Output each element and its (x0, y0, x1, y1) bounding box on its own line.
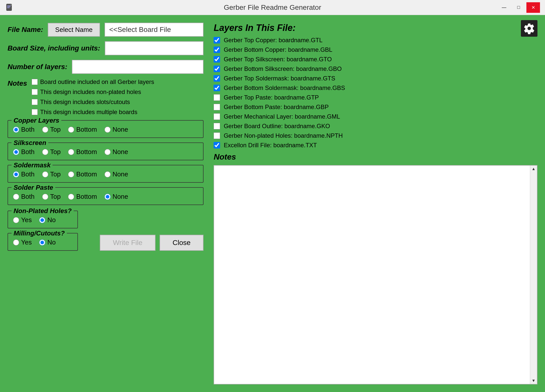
select-name-button[interactable]: Select Name (48, 23, 100, 37)
copper-bottom-label[interactable]: Bottom (76, 126, 97, 133)
note1-checkbox[interactable] (32, 79, 38, 85)
note4-label[interactable]: This design includes multiple boards (40, 109, 137, 116)
smask-top-radio[interactable] (42, 171, 48, 177)
note2-label[interactable]: This design includes non-plated holes (40, 88, 141, 95)
layer-label-4[interactable]: Gerber Bottom Silkscreen: boardname.GBO (224, 65, 342, 72)
silk-top-label[interactable]: Top (50, 148, 61, 156)
mill-no-radio[interactable] (39, 239, 45, 246)
smask-bottom-label[interactable]: Bottom (76, 170, 97, 178)
copper-none-label[interactable]: None (113, 126, 128, 133)
layer-label-12[interactable]: Excellon Drill File: boardname.TXT (224, 142, 317, 149)
write-file-button[interactable]: Write File (100, 235, 156, 251)
settings-button[interactable] (521, 20, 537, 37)
layer-checkbox-11[interactable] (214, 132, 220, 139)
smask-none-label[interactable]: None (113, 170, 128, 178)
silk-none-label[interactable]: None (113, 148, 128, 156)
spaste-bottom-label[interactable]: Bottom (76, 193, 97, 201)
spaste-top: Top (42, 193, 61, 201)
layer-label-2[interactable]: Gerber Bottom Copper: boardname.GBL (224, 46, 332, 53)
mill-no-label[interactable]: No (47, 238, 56, 246)
note-checkbox-row-3: This design includes slots/cutouts (32, 99, 154, 106)
note1-label[interactable]: Board outline included on all Gerber lay… (40, 78, 154, 85)
layer-label-1[interactable]: Gerber Top Copper: boardname.GTL (224, 37, 322, 44)
soldermask-radio-row: Both Top Bottom None (13, 170, 198, 178)
layer-checkbox-9[interactable] (214, 113, 220, 120)
board-file-input[interactable] (105, 23, 204, 37)
layer-checkbox-7[interactable] (214, 94, 220, 101)
copper-bottom-radio[interactable] (68, 127, 74, 133)
layer-label-3[interactable]: Gerber Top Silkscreen: boardname.GTO (224, 56, 332, 63)
silk-none-radio[interactable] (105, 149, 111, 155)
smask-bottom-radio[interactable] (68, 171, 74, 177)
spaste-top-radio[interactable] (42, 194, 48, 200)
nph-no-label[interactable]: No (47, 216, 56, 224)
copper-none-radio[interactable] (105, 127, 111, 133)
spaste-both-radio[interactable] (13, 194, 19, 200)
spaste-top-label[interactable]: Top (50, 193, 61, 201)
mill-yes: Yes (13, 238, 32, 246)
nph-no-radio[interactable] (39, 217, 45, 223)
smask-both-label[interactable]: Both (21, 170, 35, 178)
nph-yes-label[interactable]: Yes (21, 216, 32, 224)
layer-label-10[interactable]: Gerber Board Outline: boardname.GKO (224, 123, 330, 130)
spaste-both-label[interactable]: Both (21, 193, 35, 201)
right-panel: Layers In This File: Gerber Top Copper: … (214, 23, 537, 384)
layer-checkbox-12[interactable] (214, 142, 220, 149)
copper-top-label[interactable]: Top (50, 126, 61, 133)
window-title: Gerber File Readme Generator (224, 4, 321, 12)
layer-label-5[interactable]: Gerber Top Soldermask: boardname.GTS (224, 75, 335, 82)
app-icon (5, 3, 14, 12)
silk-bottom-label[interactable]: Bottom (76, 148, 97, 156)
board-size-input[interactable] (105, 41, 204, 55)
layer-checkbox-10[interactable] (214, 123, 220, 129)
close-button[interactable]: Close (160, 235, 204, 251)
silk-both-radio[interactable] (13, 149, 19, 155)
layer-label-11[interactable]: Gerber Non-plated Holes: boardname.NPTH (224, 132, 343, 139)
layer-label-6[interactable]: Gerber Bottom Soldermask: boardname.GBS (224, 84, 345, 91)
note3-checkbox[interactable] (32, 99, 38, 105)
nph-yes-radio[interactable] (13, 217, 19, 223)
restore-button[interactable]: □ (512, 2, 525, 13)
layers-list: Gerber Top Copper: boardname.GTLGerber B… (214, 37, 537, 149)
smask-none-radio[interactable] (105, 171, 111, 177)
note2-checkbox[interactable] (32, 89, 38, 95)
note4-checkbox[interactable] (32, 109, 38, 115)
scroll-down-arrow[interactable]: ▼ (531, 377, 537, 384)
note3-label[interactable]: This design includes slots/cutouts (40, 99, 130, 106)
layer-label-8[interactable]: Gerber Bottom Paste: boardname.GBP (224, 104, 329, 111)
layer-checkbox-4[interactable] (214, 66, 220, 72)
silk-top-radio[interactable] (42, 149, 48, 155)
notes-right-label: Notes (214, 152, 537, 162)
layer-checkbox-5[interactable] (214, 75, 220, 82)
spaste-none-radio[interactable] (105, 194, 111, 200)
smask-top-label[interactable]: Top (50, 170, 61, 178)
non-plated-holes-radio-row: Yes No (13, 216, 72, 224)
minimize-button[interactable]: — (497, 2, 511, 13)
scroll-up-arrow[interactable]: ▲ (531, 166, 537, 172)
silk-bottom-radio[interactable] (68, 149, 74, 155)
layer-label-9[interactable]: Gerber Mechanical Layer: boardname.GML (224, 113, 340, 120)
mill-yes-label[interactable]: Yes (21, 238, 32, 246)
layer-checkbox-1[interactable] (214, 37, 220, 43)
smask-both-radio[interactable] (13, 171, 19, 177)
copper-both-radio[interactable] (13, 127, 19, 133)
note-checkbox-row-1: Board outline included on all Gerber lay… (32, 78, 154, 85)
smask-both: Both (13, 170, 35, 178)
layer-label-7[interactable]: Gerber Top Paste: boardname.GTP (224, 94, 319, 101)
copper-both-label[interactable]: Both (21, 126, 35, 133)
close-window-button[interactable]: ✕ (526, 2, 540, 13)
notes-textarea-container: ▲ ▼ (214, 165, 537, 384)
layer-checkbox-8[interactable] (214, 104, 220, 110)
layer-checkbox-6[interactable] (214, 85, 220, 91)
copper-top-radio[interactable] (42, 127, 48, 133)
mill-yes-radio[interactable] (13, 239, 19, 246)
layer-checkbox-2[interactable] (214, 46, 220, 53)
num-layers-row: Number of layers: (8, 60, 204, 74)
layer-checkbox-3[interactable] (214, 56, 220, 63)
spaste-bottom-radio[interactable] (68, 194, 74, 200)
milling-cutouts-group: Milling/Cutouts? Yes No (8, 233, 78, 251)
silk-both-label[interactable]: Both (21, 148, 35, 156)
spaste-none-label[interactable]: None (113, 193, 128, 201)
notes-textarea[interactable] (214, 166, 530, 384)
num-layers-input[interactable] (72, 60, 204, 74)
